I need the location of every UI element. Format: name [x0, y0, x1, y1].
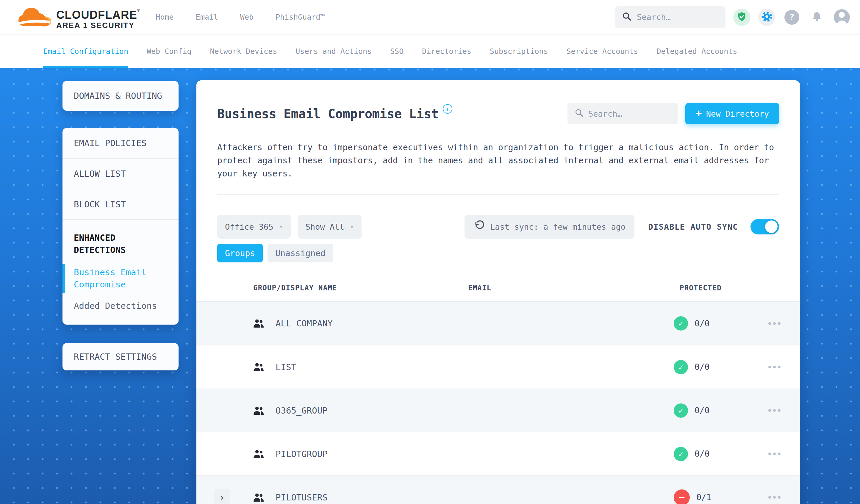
chip-unassigned[interactable]: Unassigned — [268, 244, 333, 262]
gear-icon — [761, 11, 773, 24]
protected-count: 0/0 — [694, 319, 710, 329]
search-icon — [622, 12, 632, 23]
show-filter-value: Show All — [306, 222, 344, 231]
row-menu-button[interactable] — [768, 452, 800, 455]
group-name: LIST — [270, 362, 462, 372]
filter-bar: Office 365 ▾ Show All ▾ Last sync: a few… — [217, 215, 779, 239]
list-search-input[interactable] — [588, 109, 671, 118]
header-icons: ? — [733, 9, 850, 26]
sidebar-item-allow-list[interactable]: ALLOW LIST — [62, 159, 178, 189]
list-search[interactable] — [568, 103, 678, 124]
row-menu-button[interactable] — [768, 366, 800, 368]
sidebar-item-block-list[interactable]: BLOCK LIST — [62, 189, 178, 220]
tab-email-configuration[interactable]: Email Configuration — [43, 34, 128, 68]
search-icon — [575, 108, 584, 119]
show-filter-select[interactable]: Show All ▾ — [298, 215, 361, 239]
last-sync-button[interactable]: Last sync: a few minutes ago — [464, 215, 634, 239]
sidebar-item-label: BLOCK LIST — [74, 199, 126, 210]
enhanced-detections-heading[interactable]: ENHANCED DETECTIONS — [74, 232, 167, 256]
sidebar-item-retract-settings[interactable]: RETRACT SETTINGS — [62, 343, 178, 371]
nav-home[interactable]: Home — [156, 13, 173, 21]
help-button[interactable]: ? — [783, 9, 801, 26]
tab-directories[interactable]: Directories — [422, 34, 471, 68]
group-name: ALL COMPANY — [270, 318, 462, 329]
brand-subtitle: AREA 1 SECURITY — [56, 21, 140, 30]
top-nav: Home Email Web PhishGuard™ — [156, 13, 325, 21]
sidebar-section-enhanced-detections: ENHANCED DETECTIONS Business Email Compr… — [62, 220, 178, 325]
group-people-icon — [253, 362, 270, 372]
section-tabs: Email Configuration Web Config Network D… — [0, 34, 860, 68]
tab-delegated-accounts[interactable]: Delegated Accounts — [657, 34, 737, 68]
group-people-icon — [253, 449, 270, 459]
auto-sync-toggle[interactable] — [750, 219, 779, 234]
settings-button[interactable] — [758, 9, 775, 26]
user-icon — [834, 9, 850, 25]
global-search-input[interactable] — [637, 13, 718, 22]
sidebar-item-added-detections[interactable]: Added Detections — [74, 301, 167, 311]
security-status-button[interactable] — [733, 9, 750, 26]
protected-count: 0/0 — [694, 449, 710, 459]
group-people-icon — [253, 405, 270, 416]
cloudflare-logo[interactable]: CLOUDFLARE® AREA 1 SECURITY — [16, 4, 140, 30]
sidebar-item-business-email-compromise[interactable]: Business Email Compromise — [74, 266, 167, 291]
tab-sso[interactable]: SSO — [390, 34, 403, 68]
sidebar-item-email-policies[interactable]: EMAIL POLICIES — [62, 128, 178, 159]
protected-count: 0/0 — [694, 362, 710, 372]
tab-service-accounts[interactable]: Service Accounts — [567, 34, 638, 68]
group-people-icon — [253, 318, 270, 329]
top-bar: CLOUDFLARE® AREA 1 SECURITY Home Email W… — [0, 0, 860, 34]
table-row[interactable]: ALL COMPANY ✓ 0/0 — [197, 302, 800, 345]
sidebar-item-label: EMAIL POLICIES — [74, 138, 146, 148]
nav-email[interactable]: Email — [196, 13, 218, 21]
tab-web-config[interactable]: Web Config — [147, 34, 192, 68]
sidebar-item-label: DOMAINS & ROUTING — [74, 91, 162, 101]
bell-icon — [811, 11, 823, 24]
table-row[interactable]: PILOTGROUP ✓ 0/0 — [197, 432, 800, 475]
table-row[interactable]: LIST ✓ 0/0 — [197, 345, 800, 389]
notifications-button[interactable] — [808, 9, 826, 26]
directory-select[interactable]: Office 365 ▾ — [217, 215, 291, 239]
auto-sync-label: DISABLE AUTO SYNC — [648, 222, 738, 231]
sidebar-item-domains-routing[interactable]: DOMAINS & ROUTING — [62, 81, 178, 111]
protected-ok-icon: ✓ — [674, 360, 688, 374]
row-menu-button[interactable] — [768, 322, 800, 325]
table-row[interactable]: O365_GROUP ✓ 0/0 — [197, 389, 800, 432]
protected-ok-icon: ✓ — [674, 403, 688, 418]
protected-blocked-icon: − — [674, 489, 690, 504]
global-search[interactable] — [615, 6, 726, 28]
protected-ok-icon: ✓ — [674, 447, 688, 461]
sidebar: DOMAINS & ROUTING EMAIL POLICIES ALLOW L… — [62, 81, 178, 371]
table-row[interactable]: › PILOTUSERS − 0/1 — [197, 475, 800, 504]
last-sync-label: Last sync: a few minutes ago — [490, 222, 626, 231]
chevron-down-icon: ▾ — [350, 223, 354, 230]
registered-mark: ® — [137, 8, 141, 13]
nav-web[interactable]: Web — [240, 13, 254, 21]
sidebar-policies-card: EMAIL POLICIES ALLOW LIST BLOCK LIST ENH… — [62, 128, 178, 325]
question-icon: ? — [785, 10, 799, 25]
info-icon[interactable]: i — [443, 104, 452, 114]
col-protected: PROTECTED — [680, 284, 800, 292]
table-header: GROUP/DISPLAY NAME EMAIL PROTECTED — [197, 280, 800, 302]
chevron-down-icon: ▾ — [280, 223, 283, 230]
cloudflare-cloud-icon — [16, 4, 52, 30]
sync-refresh-icon — [473, 220, 485, 233]
tab-network-devices[interactable]: Network Devices — [210, 34, 277, 68]
col-group-display-name: GROUP/DISPLAY NAME — [253, 284, 468, 292]
nav-phishguard[interactable]: PhishGuard™ — [275, 13, 325, 21]
view-chips: Groups Unassigned — [217, 244, 779, 262]
row-menu-button[interactable] — [768, 496, 800, 499]
sidebar-item-label: RETRACT SETTINGS — [74, 352, 157, 362]
new-directory-label: New Directory — [706, 109, 769, 118]
group-name: PILOTUSERS — [270, 492, 462, 503]
account-button[interactable] — [833, 9, 850, 26]
brand-name: CLOUDFLARE® — [56, 4, 140, 21]
tab-subscriptions[interactable]: Subscriptions — [490, 34, 548, 68]
group-name: PILOTGROUP — [270, 449, 462, 459]
new-directory-button[interactable]: + New Directory — [685, 103, 779, 124]
row-menu-button[interactable] — [768, 409, 800, 412]
groups-table: GROUP/DISPLAY NAME EMAIL PROTECTED ALL C… — [197, 280, 800, 504]
tab-users-and-actions[interactable]: Users and Actions — [296, 34, 372, 68]
panel-header: Business Email Compromise List i + New D… — [197, 80, 800, 124]
expand-row-button[interactable]: › — [214, 489, 230, 504]
chip-groups[interactable]: Groups — [217, 244, 263, 262]
